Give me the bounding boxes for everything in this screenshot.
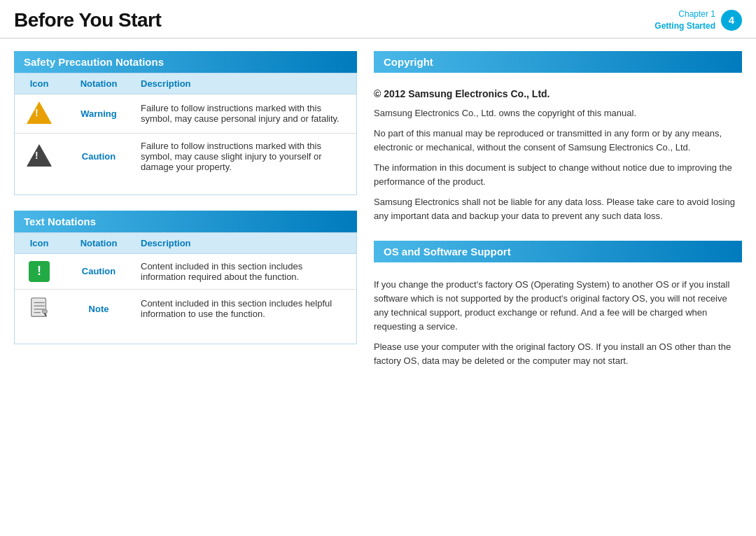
page-header: Before You Start Chapter 1 Getting Start… [0, 0, 756, 38]
warning-description: Failure to follow instructions marked wi… [134, 94, 356, 133]
warning-notation: Warning [64, 94, 134, 133]
svg-rect-6 [43, 309, 48, 313]
copyright-para-4: Samsung Electronics shall not be liable … [374, 195, 742, 223]
table-row: ! Caution Content included in this secti… [15, 253, 356, 289]
svg-rect-0 [31, 297, 46, 316]
copyright-section: Copyright © 2012 Samsung Electronics Co.… [374, 51, 742, 224]
safety-section-header: Safety Precaution Notations [14, 51, 357, 73]
safety-col-icon: Icon [15, 73, 64, 94]
note-notation: Note [64, 289, 134, 328]
caution-description: Failure to follow instructions marked wi… [134, 133, 356, 179]
os-para-2: Please use your computer with the origin… [374, 340, 742, 368]
copyright-para-2: No part of this manual may be reproduced… [374, 127, 742, 155]
note-description: Content included in this section include… [134, 289, 356, 328]
right-column: Copyright © 2012 Samsung Electronics Co.… [374, 51, 742, 375]
copyright-para-3: The information in this document is subj… [374, 161, 742, 189]
os-section: OS and Software Support If you change th… [374, 241, 742, 369]
safety-col-description: Description [134, 73, 356, 94]
left-column: Safety Precaution Notations Icon Notatio… [14, 51, 357, 375]
chapter-label: Chapter 1 [654, 8, 715, 20]
warning-icon [27, 101, 52, 124]
caution-triangle [27, 144, 52, 167]
copyright-bold-line: © 2012 Samsung Electronics Co., Ltd. [374, 88, 742, 99]
chapter-badge: 4 [721, 10, 742, 31]
caution-icon-cell [15, 133, 64, 179]
copyright-para-1: Samsung Electronics Co., Ltd. owns the c… [374, 106, 742, 120]
chapter-info: Chapter 1 Getting Started 4 [654, 8, 742, 32]
green-caution-notation: Caution [64, 253, 134, 289]
text-section-header: Text Notations [14, 211, 357, 232]
page-title: Before You Start [14, 9, 161, 31]
table-row: Caution Failure to follow instructions m… [15, 133, 356, 179]
copyright-header: Copyright [374, 51, 742, 73]
warning-triangle [27, 101, 52, 124]
safety-col-notation: Notation [64, 73, 134, 94]
safety-table: Icon Notation Description W [15, 73, 356, 179]
note-icon [29, 297, 50, 319]
green-caution-description: Content included in this section include… [134, 253, 356, 289]
os-section-header: OS and Software Support [374, 241, 742, 262]
text-table-header-row: Icon Notation Description [15, 233, 356, 254]
main-content: Safety Precaution Notations Icon Notatio… [0, 38, 756, 388]
note-icon-cell [15, 289, 64, 328]
caution-icon [27, 144, 52, 167]
safety-table-wrapper: Icon Notation Description W [14, 73, 357, 195]
table-row: Note Content included in this section in… [15, 289, 356, 328]
warning-icon-cell [15, 94, 64, 133]
chapter-text: Chapter 1 Getting Started [654, 8, 715, 32]
text-table-wrapper: Icon Notation Description ! Caution Cont… [14, 232, 357, 344]
text-notations-section: Text Notations Icon Notation Description [14, 211, 357, 344]
getting-started-label: Getting Started [654, 20, 715, 32]
green-caution-icon-cell: ! [15, 253, 64, 289]
table-row: Warning Failure to follow instructions m… [15, 94, 356, 133]
safety-table-header-row: Icon Notation Description [15, 73, 356, 94]
text-col-icon: Icon [15, 233, 64, 254]
text-table: Icon Notation Description ! Caution Cont… [15, 233, 356, 328]
safety-precaution-section: Safety Precaution Notations Icon Notatio… [14, 51, 357, 195]
os-para-1: If you change the product's factory OS (… [374, 278, 742, 334]
text-col-description: Description [134, 233, 356, 254]
text-col-notation: Notation [64, 233, 134, 254]
green-caution-icon: ! [29, 261, 50, 282]
caution-notation: Caution [64, 133, 134, 179]
